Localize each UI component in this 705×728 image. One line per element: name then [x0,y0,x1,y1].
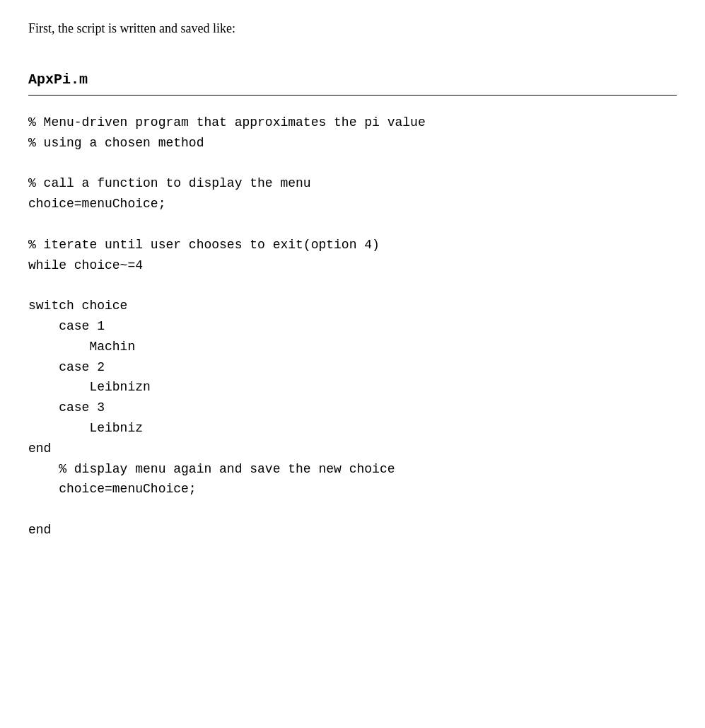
code-line: while choice~=4 [28,255,677,276]
code-line: choice=menuChoice; [28,479,677,499]
code-line [28,214,677,235]
code-line: % Menu-driven program that approximates … [28,112,677,133]
code-line: case 1 [28,316,677,337]
code-line: case 3 [28,398,677,418]
code-line [28,499,677,520]
code-line: % call a function to display the menu [28,173,677,194]
code-line: % using a chosen method [28,133,677,154]
code-line: Machin [28,337,677,357]
filename: ApxPi.m [28,71,677,88]
code-line: Leibniz [28,418,677,439]
code-block: % Menu-driven program that approximates … [28,112,677,541]
code-line [28,275,677,296]
code-line [28,154,677,174]
intro-text: First, the script is written and saved l… [28,21,677,36]
code-line: end [28,439,677,459]
code-line: case 2 [28,357,677,378]
code-line: % iterate until user chooses to exit(opt… [28,235,677,255]
code-line: end [28,520,677,541]
code-line: Leibnizn [28,377,677,398]
code-line: switch choice [28,296,677,316]
code-line: % display menu again and save the new ch… [28,459,677,480]
code-line: choice=menuChoice; [28,194,677,214]
divider [28,95,677,96]
